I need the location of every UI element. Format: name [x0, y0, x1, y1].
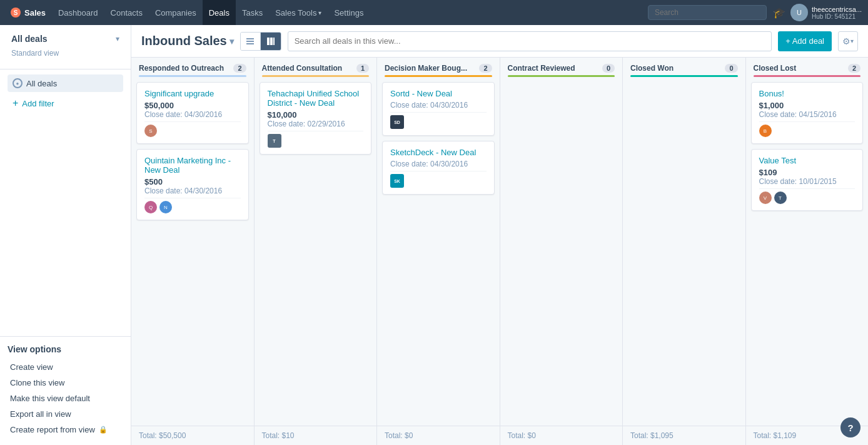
card-title: Value Test — [759, 156, 855, 165]
card-bonus[interactable]: Bonus! $1,000 Close date: 04/15/2016 B — [751, 82, 864, 144]
card-date: Close date: 02/29/2016 — [268, 120, 364, 128]
all-deals-filter[interactable]: ● All deals — [8, 74, 123, 92]
nav-user-info[interactable]: theeccentricsa... Hub ID: 545121 — [812, 6, 862, 20]
nav-user-name: theeccentricsa... — [812, 6, 862, 13]
card-avatar-2: N — [159, 201, 172, 213]
card-date: Close date: 04/30/2016 — [144, 110, 241, 119]
svg-rect-6 — [270, 38, 273, 45]
make-default-view-option[interactable]: Make this view default — [8, 391, 123, 406]
nav-item-dashboard[interactable]: Dashboard — [52, 0, 104, 25]
title-caret-icon: ▾ — [230, 36, 234, 46]
nav-item-sales-tools[interactable]: Sales Tools ▾ — [269, 0, 328, 25]
column-footer-attended: Total: $10 — [255, 426, 377, 445]
nav-item-settings[interactable]: Settings — [328, 0, 370, 25]
sales-tools-caret: ▾ — [318, 9, 321, 16]
nav-item-tasks[interactable]: Tasks — [236, 0, 269, 25]
card-date: Close date: 04/30/2016 — [390, 160, 487, 168]
column-count-closed-lost: 2 — [848, 64, 860, 73]
add-filter-plus-icon: + — [13, 98, 18, 108]
top-nav: S Sales Dashboard Contacts Companies Dea… — [0, 0, 868, 25]
card-avatar-vt2: T — [774, 192, 787, 204]
column-closed-lost: Closed Lost 2 Bonus! $1,000 Close date: … — [746, 58, 869, 445]
nav-search-input[interactable] — [648, 5, 767, 20]
card-significant-upgrade[interactable]: Significant upgrade $50,000 Close date: … — [136, 82, 249, 144]
column-title-closed-won: Closed Won — [630, 64, 674, 73]
column-footer-closed-won: Total: $1,095 — [623, 426, 745, 445]
card-amount: $109 — [759, 168, 855, 177]
column-count-responded: 2 — [233, 64, 246, 73]
svg-rect-4 — [246, 43, 254, 44]
nav-avatar[interactable]: U — [790, 4, 808, 21]
svg-rect-2 — [246, 38, 254, 39]
card-avatar-vt1: V — [759, 192, 772, 204]
add-deal-button[interactable]: + Add deal — [778, 31, 832, 51]
column-title-contract: Contract Reviewed — [508, 64, 575, 73]
svg-rect-7 — [273, 38, 275, 45]
card-date: Close date: 04/30/2016 — [144, 187, 241, 195]
column-responded: Responded to Outreach 2 Significant upgr… — [131, 58, 255, 445]
card-title: Sortd - New Deal — [390, 89, 487, 98]
card-title: Tehachapi Unified School District - New … — [268, 89, 364, 108]
export-view-option[interactable]: Export all in view — [8, 406, 123, 422]
card-amount: $50,000 — [144, 101, 241, 110]
view-options-title: View options — [8, 344, 123, 354]
card-sketchdeck[interactable]: SketchDeck - New Deal Close date: 04/30/… — [382, 141, 495, 195]
column-count-attended: 1 — [356, 64, 369, 73]
card-avatar-1: Q — [144, 201, 157, 213]
kanban-board: Responded to Outreach 2 Significant upgr… — [131, 58, 868, 445]
standard-view-label: Standard view — [8, 46, 123, 63]
create-view-option[interactable]: Create view — [8, 359, 123, 375]
card-date: Close date: 04/15/2016 — [759, 110, 855, 119]
nav-item-companies[interactable]: Companies — [149, 0, 203, 25]
card-avatar-bonus: B — [759, 125, 772, 137]
search-deals-input[interactable] — [288, 31, 772, 51]
view-toggle — [240, 32, 281, 51]
column-title-closed-lost: Closed Lost — [754, 64, 797, 73]
card-avatar-1: S — [144, 125, 157, 137]
card-value-test[interactable]: Value Test $109 Close date: 10/01/2015 V… — [751, 149, 864, 211]
settings-button[interactable]: ⚙ ▾ — [838, 31, 858, 51]
board-view-button[interactable] — [261, 33, 281, 50]
column-decision: Decision Maker Boug... 2 Sortd - New Dea… — [377, 58, 500, 445]
card-sortd[interactable]: Sortd - New Deal Close date: 04/30/2016 … — [382, 82, 495, 136]
create-report-option[interactable]: Create report from view 🔒 — [8, 422, 123, 437]
nav-item-contacts[interactable]: Contacts — [104, 0, 149, 25]
card-quintain[interactable]: Quintain Marketing Inc - New Deal $500 C… — [136, 149, 249, 220]
page-title[interactable]: Inbound Sales ▾ — [141, 34, 234, 48]
card-title: SketchDeck - New Deal — [390, 148, 487, 157]
column-footer-contract: Total: $0 — [500, 426, 623, 445]
help-button[interactable]: ? — [840, 417, 860, 437]
svg-text:S: S — [14, 9, 18, 16]
all-deals-dropdown[interactable]: All deals ▾ — [8, 31, 123, 46]
svg-rect-3 — [246, 41, 254, 42]
column-count-decision: 2 — [479, 64, 492, 73]
card-title: Quintain Marketing Inc - New Deal — [144, 156, 241, 175]
clone-view-option[interactable]: Clone this view — [8, 375, 123, 391]
nav-notifications-icon[interactable]: 🎓 — [773, 7, 785, 19]
card-logo-tehachapi: T — [268, 134, 281, 148]
card-amount: $500 — [144, 177, 241, 187]
nav-hub-id: Hub ID: 545121 — [812, 13, 862, 20]
add-filter-label: Add filter — [22, 99, 54, 108]
column-title-decision: Decision Maker Boug... — [385, 64, 467, 73]
card-title: Significant upgrade — [144, 89, 241, 98]
add-filter-button[interactable]: + Add filter — [8, 95, 123, 112]
nav-logo[interactable]: S Sales — [6, 7, 49, 18]
card-date: Close date: 04/30/2016 — [390, 101, 487, 110]
column-count-contract: 0 — [602, 64, 615, 73]
dropdown-caret-icon: ▾ — [116, 34, 119, 43]
all-deals-filter-label: All deals — [26, 79, 57, 88]
nav-item-deals[interactable]: Deals — [203, 0, 236, 25]
lock-icon: 🔒 — [99, 426, 108, 434]
column-footer-responded: Total: $50,500 — [131, 426, 254, 445]
card-date: Close date: 10/01/2015 — [759, 177, 855, 186]
list-view-button[interactable] — [241, 33, 261, 50]
column-footer-decision: Total: $0 — [377, 426, 500, 445]
card-title: Bonus! — [759, 89, 855, 98]
card-amount: $10,000 — [268, 110, 364, 120]
card-tehachapi[interactable]: Tehachapi Unified School District - New … — [260, 82, 372, 155]
column-attended: Attended Consultation 1 Tehachapi Unifie… — [255, 58, 378, 445]
column-closed-won: Closed Won 0 Total: $1,095 — [623, 58, 746, 445]
nav-logo-label: Sales — [24, 8, 46, 18]
column-title-responded: Responded to Outreach — [139, 64, 224, 73]
